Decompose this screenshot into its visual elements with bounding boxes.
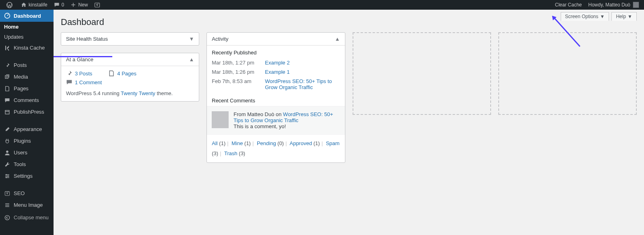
glance-pages-link[interactable]: 4 Pages	[117, 71, 136, 77]
hamburger-icon	[3, 202, 11, 208]
user-icon	[3, 150, 11, 156]
page-icon	[108, 70, 115, 77]
menu-media[interactable]: Media	[0, 71, 54, 83]
chevron-up-icon: ▲	[189, 56, 194, 62]
widget-drop-area[interactable]	[498, 32, 637, 115]
brush-icon	[3, 127, 11, 132]
howdy-text: Howdy, Matteo Duò	[588, 2, 630, 8]
menu-dashboard-home[interactable]: Home	[0, 22, 54, 32]
svg-point-6	[6, 174, 7, 175]
filter-approved[interactable]: Approved	[289, 140, 312, 146]
comment-filters: All (1)| Mine (1)| Pending (0)| Approved…	[207, 134, 345, 162]
theme-link[interactable]: Twenty Twenty	[121, 90, 155, 96]
svg-rect-4	[5, 110, 9, 114]
collapse-icon	[3, 215, 11, 220]
comment-icon	[66, 79, 72, 85]
yoast-menu-icon	[3, 191, 11, 196]
comment-meta: From Matteo Duò on WordPress SEO: 50+ Ti…	[233, 111, 340, 123]
recent-comment: From Matteo Duò on WordPress SEO: 50+ Ti…	[207, 106, 345, 134]
site-health-box: Site Health Status ▼	[61, 32, 199, 46]
widget-drop-area[interactable]	[353, 32, 491, 115]
menu-dashboard-submenu: Home Updates	[0, 22, 54, 42]
recently-published-title: Recently Published	[212, 50, 340, 58]
pin-icon	[66, 70, 72, 77]
adminbar-comments[interactable]: 0	[51, 0, 68, 10]
svg-point-10	[5, 215, 9, 220]
menu-users[interactable]: Users	[0, 147, 54, 158]
menu-settings[interactable]: Settings	[0, 170, 54, 182]
annotation-arrow	[50, 56, 112, 57]
activity-header[interactable]: Activity ▲	[207, 33, 345, 46]
menu-posts[interactable]: Posts	[0, 59, 54, 71]
menu-seo[interactable]: SEO	[0, 187, 54, 199]
pin-icon	[3, 62, 11, 68]
filter-mine[interactable]: Mine	[231, 140, 243, 146]
menu-dashboard[interactable]: Dashboard	[0, 10, 54, 22]
page-icon	[3, 86, 11, 92]
activity-post-link[interactable]: WordPress SEO: 50+ Tips to Grow Organic …	[265, 78, 340, 90]
adminbar-new[interactable]: New	[67, 0, 91, 10]
menu-dashboard-updates[interactable]: Updates	[0, 32, 54, 42]
my-account[interactable]: Howdy, Matteo Duò	[585, 0, 641, 10]
filter-all[interactable]: All	[212, 140, 217, 146]
svg-point-7	[8, 175, 9, 177]
activity-row: Mar 18th, 1:27 pm Example 2	[212, 58, 340, 67]
avatar	[633, 2, 639, 8]
comment-body-text: This is a comment, yo!	[233, 123, 340, 129]
admin-menu: Dashboard Home Updates Kinsta Cache Post…	[0, 10, 54, 235]
wp-logo[interactable]	[3, 0, 18, 10]
menu-menu-image[interactable]: Menu Image	[0, 199, 54, 211]
admin-bar: kinstalife 0 New Clear Cache Howdy, Matt…	[0, 0, 644, 10]
activity-row: Feb 7th, 8:53 am WordPress SEO: 50+ Tips…	[212, 77, 340, 92]
calendar-icon	[3, 109, 11, 115]
svg-point-8	[6, 177, 7, 178]
plus-icon	[70, 2, 76, 8]
page-title: Dashboard	[61, 10, 637, 32]
filter-pending[interactable]: Pending	[257, 140, 276, 146]
activity-post-link[interactable]: Example 2	[265, 60, 340, 66]
at-a-glance-box: At a Glance ▲ 3 Posts 4 Pages	[61, 53, 199, 102]
wp-version-text: WordPress 5.4 running Twenty Twenty them…	[66, 88, 194, 96]
sliders-icon	[3, 173, 11, 179]
filter-spam[interactable]: Spam	[326, 140, 340, 146]
screen-options-tab[interactable]: Screen Options ▼	[561, 12, 609, 21]
yoast-icon	[94, 2, 100, 8]
menu-tools[interactable]: Tools	[0, 158, 54, 170]
svg-point-3	[6, 76, 7, 77]
media-icon	[3, 74, 11, 80]
activity-post-link[interactable]: Example 1	[265, 69, 340, 75]
site-name[interactable]: kinstalife	[18, 0, 51, 10]
site-health-header[interactable]: Site Health Status ▼	[61, 33, 199, 45]
menu-pages[interactable]: Pages	[0, 83, 54, 94]
avatar	[212, 111, 229, 128]
chevron-up-icon: ▲	[335, 36, 340, 42]
filter-trash[interactable]: Trash	[224, 150, 237, 156]
glance-posts-link[interactable]: 3 Posts	[75, 71, 92, 77]
kinsta-icon	[3, 45, 11, 51]
menu-appearance[interactable]: Appearance	[0, 123, 54, 135]
home-icon	[21, 2, 27, 8]
chevron-down-icon: ▼	[600, 14, 605, 19]
at-a-glance-header[interactable]: At a Glance ▲	[61, 53, 199, 66]
recent-comments-title: Recent Comments	[212, 98, 340, 106]
menu-comments[interactable]: Comments	[0, 94, 54, 106]
menu-plugins[interactable]: Plugins	[0, 135, 54, 147]
chevron-down-icon: ▼	[627, 14, 632, 19]
glance-comments-link[interactable]: 1 Comment	[75, 79, 102, 85]
help-tab[interactable]: Help ▼	[611, 12, 637, 21]
clear-cache[interactable]: Clear Cache	[552, 0, 585, 10]
wrench-icon	[3, 162, 11, 167]
menu-kinsta-cache[interactable]: Kinsta Cache	[0, 42, 54, 54]
chevron-down-icon: ▼	[189, 36, 194, 42]
wordpress-icon	[6, 2, 12, 8]
svg-point-5	[6, 150, 8, 153]
plug-icon	[3, 138, 11, 144]
collapse-menu[interactable]: Collapse menu	[0, 211, 54, 224]
adminbar-yoast[interactable]	[91, 0, 105, 10]
activity-row: Mar 18th, 1:26 pm Example 1	[212, 67, 340, 77]
comments-icon	[3, 98, 11, 103]
dashboard-icon	[3, 12, 11, 19]
activity-box: Activity ▲ Recently Published Mar 18th, …	[206, 32, 345, 163]
content-wrap: Screen Options ▼ Help ▼ Dashboard Site H…	[54, 10, 644, 235]
menu-publishpress[interactable]: PublishPress	[0, 106, 54, 118]
